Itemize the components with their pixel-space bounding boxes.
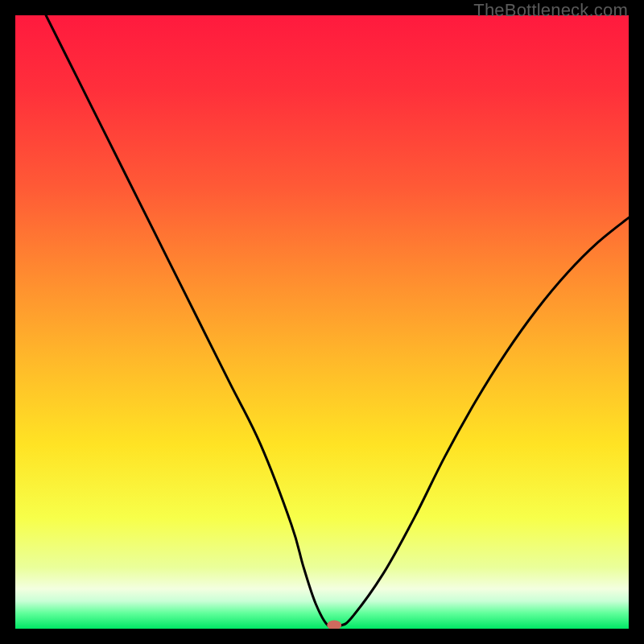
watermark-label: TheBottleneck.com <box>473 0 628 21</box>
gradient-background <box>15 15 629 629</box>
plot-svg <box>15 15 629 629</box>
chart-frame <box>15 15 629 629</box>
